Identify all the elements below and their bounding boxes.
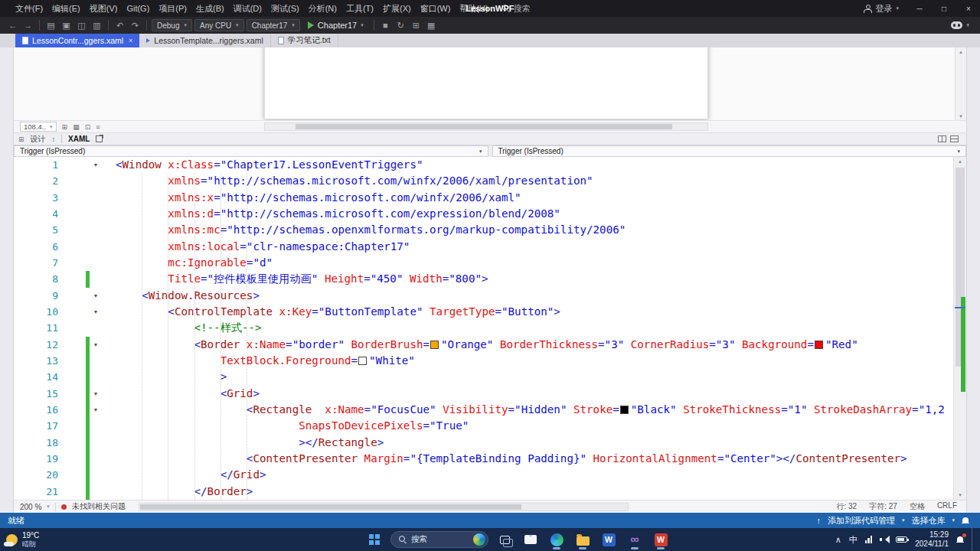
document-tab-1[interactable]: LessonContr...ggers.xaml× [15, 34, 139, 47]
menu-item[interactable]: 项目(P) [154, 0, 191, 17]
scroll-down-icon[interactable]: ▾ [959, 113, 962, 119]
tab-close-icon[interactable]: × [129, 37, 132, 44]
minimize-button[interactable]: ─ [908, 0, 931, 17]
designer-horizontal-scrollbar[interactable] [264, 122, 708, 131]
fold-collapse-icon[interactable]: ▼ [90, 337, 102, 353]
scroll-down-icon[interactable]: ▾ [959, 492, 962, 498]
ime-indicator[interactable]: 中 [849, 534, 858, 546]
fit-selection-icon[interactable]: ⊞ [62, 123, 68, 131]
fold-collapse-icon[interactable]: ▼ [90, 304, 102, 320]
line-number[interactable]: 19 [14, 451, 78, 467]
menu-item[interactable]: 工具(T) [341, 0, 378, 17]
designer-vertical-scrollbar[interactable]: ▴ ▾ [955, 47, 966, 121]
fold-collapse-icon[interactable]: ▼ [90, 157, 102, 173]
word-app-button[interactable]: W [599, 529, 619, 550]
line-number[interactable]: 16 [14, 402, 78, 418]
tab-xaml[interactable]: XAML [68, 135, 90, 143]
open-file-icon[interactable]: ▣ [60, 21, 73, 31]
code-line-2[interactable]: 2 xmlns="http://schemas.microsoft.com/wi… [14, 173, 953, 189]
code-line-15[interactable]: 15▼ <Grid> [14, 386, 953, 402]
solution-config-dropdown[interactable]: Debug▾ [152, 19, 192, 31]
vertical-split-icon[interactable] [938, 135, 946, 142]
line-number[interactable]: 18 [14, 435, 78, 451]
code-line-7[interactable]: 7 mc:Ignorable="d" [14, 255, 953, 271]
weather-widget[interactable]: 19°C 晴朗 [6, 528, 39, 551]
edge-browser-button[interactable] [547, 529, 567, 550]
line-number[interactable]: 17 [14, 418, 78, 434]
taskbar-search[interactable]: 搜索 [390, 531, 488, 548]
tray-chevron-icon[interactable]: ∧ [835, 535, 841, 545]
volume-icon[interactable] [880, 536, 888, 543]
fold-collapse-icon[interactable]: ▼ [90, 402, 102, 418]
network-icon[interactable] [865, 536, 873, 543]
line-number[interactable]: 7 [14, 255, 78, 271]
hot-reload-icon[interactable]: ⊞ [410, 21, 423, 31]
battery-icon[interactable] [896, 536, 907, 543]
scroll-up-icon[interactable]: ▴ [959, 49, 962, 55]
code-line-18[interactable]: 18 ></Rectangle> [14, 435, 953, 451]
designer-zoom-dropdown[interactable]: 108.4..▾ [20, 122, 57, 132]
line-number[interactable]: 8 [14, 271, 78, 287]
file-explorer-button[interactable] [573, 529, 593, 550]
line-number[interactable]: 6 [14, 239, 78, 255]
line-number[interactable]: 20 [14, 467, 78, 483]
code-line-21[interactable]: 21 </Border> [14, 484, 953, 500]
code-line-3[interactable]: 3 xmlns:x="http://schemas.microsoft.com/… [14, 190, 953, 206]
code-lines[interactable]: 1▼<Window x:Class="Chapter17.LessonEvent… [14, 157, 953, 500]
nav-dropdown-right[interactable]: Trigger (IsPressed) ▾ [492, 145, 967, 157]
line-number[interactable]: 13 [14, 353, 78, 369]
nav-dropdown-left[interactable]: Trigger (IsPressed) ▾ [14, 145, 488, 157]
swap-panes-icon[interactable]: ↕ [52, 135, 56, 143]
menu-item[interactable]: 文件(F) [11, 0, 47, 17]
issues-indicator-icon[interactable] [61, 504, 67, 510]
code-line-10[interactable]: 10▼ <ControlTemplate x:Key="ButtonTempla… [14, 304, 953, 320]
task-view-button[interactable] [495, 529, 514, 550]
document-tab-2[interactable]: LessonTemplate...riggers.xaml [139, 34, 270, 47]
scrollbar-thumb[interactable] [140, 504, 521, 510]
scrollbar-thumb[interactable] [296, 124, 671, 129]
code-line-8[interactable]: 8 Title="控件模板里使用动画" Height="450" Width="… [14, 271, 953, 287]
mail-app-button[interactable] [521, 529, 541, 550]
forward-icon[interactable]: → [21, 21, 34, 30]
menu-item[interactable]: 生成(B) [191, 0, 229, 17]
code-line-19[interactable]: 19 <ContentPresenter Margin="{TemplateBi… [14, 451, 953, 467]
line-number[interactable]: 3 [14, 190, 78, 206]
undo-icon[interactable]: ↶ [113, 21, 126, 31]
refresh-icon[interactable]: ↻ [394, 21, 407, 31]
popout-icon[interactable] [96, 135, 103, 142]
wps-app-button[interactable]: W [651, 529, 671, 550]
color-swatch-icon[interactable] [815, 341, 823, 349]
line-number[interactable]: 1 [14, 157, 78, 173]
stop-icon[interactable]: ■ [379, 21, 392, 30]
save-all-icon[interactable]: ▥ [90, 21, 103, 31]
code-line-12[interactable]: 12▼ <Border x:Name="border" BorderBrush=… [14, 337, 953, 353]
back-icon[interactable]: ← [6, 21, 19, 30]
color-swatch-icon[interactable] [620, 406, 629, 414]
xaml-designer-surface[interactable]: ▴ ▾ [14, 47, 966, 121]
notifications-icon[interactable] [962, 517, 969, 525]
editor-vertical-scrollbar[interactable]: ▴ ▾ [953, 157, 966, 500]
menu-item[interactable]: 扩展(X) [378, 0, 416, 17]
code-line-20[interactable]: 20 </Grid> [14, 467, 953, 483]
save-icon[interactable]: ◫ [75, 21, 88, 31]
redo-icon[interactable]: ↷ [129, 21, 142, 31]
column-indicator[interactable]: 字符: 27 [869, 501, 897, 512]
show-desktop-button[interactable] [972, 528, 974, 551]
color-swatch-icon[interactable] [358, 357, 367, 365]
close-button[interactable]: × [957, 0, 980, 17]
code-line-11[interactable]: 11 <!--样式--> [14, 320, 953, 336]
select-repo-button[interactable]: 选择仓库 [911, 515, 945, 527]
line-number[interactable]: 12 [14, 337, 78, 353]
outline-icon[interactable]: ▦ [425, 21, 438, 31]
tab-design[interactable]: 设计 [31, 134, 46, 145]
show-grid-icon[interactable]: ▦ [73, 123, 80, 131]
menu-item[interactable]: 分析(N) [304, 0, 341, 17]
code-line-16[interactable]: 16▼ <Rectangle x:Name="FocusCue" Visibil… [14, 402, 953, 418]
menu-item[interactable]: 测试(S) [266, 0, 304, 17]
clock[interactable]: 15:29 2024/11/1 [915, 530, 949, 549]
fold-collapse-icon[interactable]: ▼ [90, 288, 102, 304]
line-indicator[interactable]: 行: 32 [837, 501, 858, 512]
platform-dropdown[interactable]: Any CPU▾ [194, 19, 244, 31]
github-copilot-button[interactable]: ▾ [951, 21, 974, 29]
code-line-17[interactable]: 17 SnapsToDevicePixels="True" [14, 418, 953, 434]
